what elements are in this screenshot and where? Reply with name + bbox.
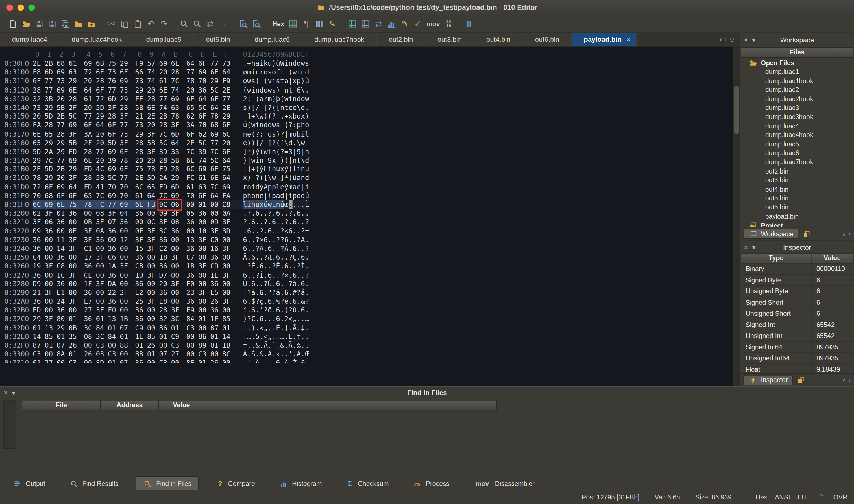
hex-byte[interactable]: 64 xyxy=(222,68,231,77)
ascii-char[interactable]: á xyxy=(251,288,255,297)
ascii-char[interactable]: o xyxy=(268,130,272,139)
hex-byte[interactable]: 84 xyxy=(108,332,117,341)
hex-byte[interactable]: 00 xyxy=(96,297,105,306)
ascii-char[interactable]: 6 xyxy=(284,236,289,245)
edit-tool-icon[interactable]: ✎ xyxy=(398,18,411,30)
tab-dump.luac7hook[interactable]: dump.luac7hook xyxy=(302,33,377,46)
hex-byte[interactable]: 0B xyxy=(84,218,93,227)
hex-byte[interactable]: 20 xyxy=(96,139,105,147)
ascii-char[interactable]: ? xyxy=(280,297,284,306)
ascii-char[interactable]: i xyxy=(297,68,301,77)
ascii-char[interactable] xyxy=(243,112,247,121)
hex-byte[interactable]: 3C xyxy=(84,324,93,332)
ascii-char[interactable]: 3 xyxy=(288,147,293,156)
ascii-char[interactable]: ! xyxy=(276,112,280,121)
inspector-column-value[interactable]: Value xyxy=(812,253,854,264)
hex-byte[interactable]: 6F xyxy=(33,77,42,86)
hex-byte[interactable]: 36 xyxy=(159,236,168,245)
hex-byte[interactable]: 6F xyxy=(186,130,196,139)
hex-byte[interactable]: 00 xyxy=(186,350,196,359)
hex-byte[interactable]: 3F xyxy=(96,253,105,262)
hex-byte[interactable]: 84 xyxy=(186,315,196,324)
hex-byte[interactable]: 68 xyxy=(57,59,66,68)
hex-byte[interactable]: D7 xyxy=(159,271,168,280)
hex-byte[interactable]: 73 xyxy=(222,59,231,68)
new-folder-icon[interactable] xyxy=(72,18,85,30)
ascii-char[interactable]: w xyxy=(284,94,289,103)
ascii-char[interactable]: ? xyxy=(247,315,251,324)
hex-byte[interactable]: 6C xyxy=(33,200,42,209)
ascii-char[interactable]: ? xyxy=(272,139,276,147)
find-next-icon[interactable] xyxy=(191,18,204,30)
hex-byte[interactable]: 3F xyxy=(45,209,54,218)
ascii-char[interactable]: = xyxy=(284,147,289,156)
ascii-char[interactable]: . xyxy=(280,253,284,262)
hex-byte[interactable]: 0E xyxy=(69,227,78,235)
hex-byte[interactable]: 00 xyxy=(69,306,78,314)
ascii-char[interactable]: | xyxy=(284,130,289,139)
results-close-icon[interactable]: × xyxy=(4,389,7,396)
hex-byte[interactable]: 5C xyxy=(198,139,208,147)
ascii-char[interactable]: . xyxy=(260,209,264,218)
hex-byte[interactable]: 00 xyxy=(159,341,168,350)
paste-icon[interactable] xyxy=(131,18,144,30)
inspector-row-unsigned-int64[interactable]: Unsigned Int64897935... xyxy=(740,353,854,364)
hex-byte[interactable]: 6E xyxy=(186,94,196,103)
hex-byte[interactable]: 70 xyxy=(198,77,208,86)
hex-byte[interactable]: 1F xyxy=(84,280,93,288)
ascii-char[interactable]: c xyxy=(288,103,293,112)
hex-byte[interactable]: 01 xyxy=(108,359,117,363)
ascii-char[interactable]: ? xyxy=(280,271,284,280)
hex-byte[interactable]: 26 xyxy=(210,359,220,363)
calculator-icon[interactable] xyxy=(346,18,359,30)
hex-byte[interactable]: 63 xyxy=(171,103,180,112)
ascii-char[interactable]: . xyxy=(247,297,251,306)
files-section-header[interactable]: Files xyxy=(741,48,853,58)
inspector-menu-icon[interactable]: ▾ xyxy=(752,244,755,251)
ascii-char[interactable]: 6 xyxy=(288,227,293,235)
ascii-char[interactable]: . xyxy=(288,359,293,363)
tab-scroll-left-icon[interactable]: ‹ xyxy=(719,36,722,43)
ascii-char[interactable]: h xyxy=(301,121,305,130)
hex-byte[interactable]: 36 xyxy=(84,315,93,324)
hex-byte[interactable]: 36 xyxy=(135,209,144,218)
ascii-char[interactable]: Ç xyxy=(293,253,297,262)
hex-byte[interactable]: 29 xyxy=(45,174,54,183)
hex-byte[interactable]: 69 xyxy=(108,147,117,156)
ascii-char[interactable]: ' xyxy=(260,306,264,314)
hex-byte[interactable]: 68 xyxy=(45,191,54,200)
hex-byte[interactable]: 28 xyxy=(69,94,78,103)
ascii-char[interactable]: ] xyxy=(268,139,272,147)
hex-byte[interactable]: 09 xyxy=(33,227,42,235)
ascii-char[interactable]: . xyxy=(297,271,301,280)
ascii-char[interactable]: i xyxy=(247,200,251,209)
hex-byte[interactable]: 00 xyxy=(120,350,129,359)
hex-byte[interactable]: 01 xyxy=(210,341,220,350)
hex-byte[interactable]: 29 xyxy=(135,86,144,94)
ascii-char[interactable]: . xyxy=(255,218,260,227)
ascii-char[interactable]: ) xyxy=(276,86,280,94)
hex-byte[interactable]: C3 xyxy=(108,350,117,359)
ascii-char[interactable]: 6 xyxy=(276,253,280,262)
ascii-char[interactable]: . xyxy=(293,209,297,218)
hex-byte[interactable]: 20 xyxy=(135,156,144,165)
hex-byte[interactable]: 20 xyxy=(186,86,196,94)
ascii-char[interactable]: . xyxy=(263,350,268,359)
hex-byte[interactable]: 36 xyxy=(33,297,42,306)
hex-byte[interactable]: 6F xyxy=(210,94,220,103)
hex-byte[interactable]: C3 xyxy=(186,324,196,332)
inspector-close-icon[interactable]: × xyxy=(744,244,748,251)
hex-byte[interactable]: 3F xyxy=(222,218,231,227)
hex-byte[interactable]: 6D xyxy=(45,68,54,77)
hex-byte[interactable]: 6E xyxy=(186,156,196,165)
hex-byte[interactable]: 78 xyxy=(33,174,42,183)
ascii-char[interactable]: . xyxy=(305,209,309,218)
hex-byte[interactable]: C3 xyxy=(198,350,208,359)
hex-byte[interactable]: 77 xyxy=(159,94,168,103)
hex-byte[interactable]: 2E xyxy=(33,165,42,174)
ascii-char[interactable]: Ã xyxy=(263,341,268,350)
ascii-char[interactable]: o xyxy=(301,94,305,103)
hex-row[interactable]: 0:31A0297C77696E2039782029285B6E745C64)|… xyxy=(4,156,309,165)
hex-byte[interactable]: 36 xyxy=(135,315,144,324)
ascii-char[interactable]: ú xyxy=(305,191,309,200)
